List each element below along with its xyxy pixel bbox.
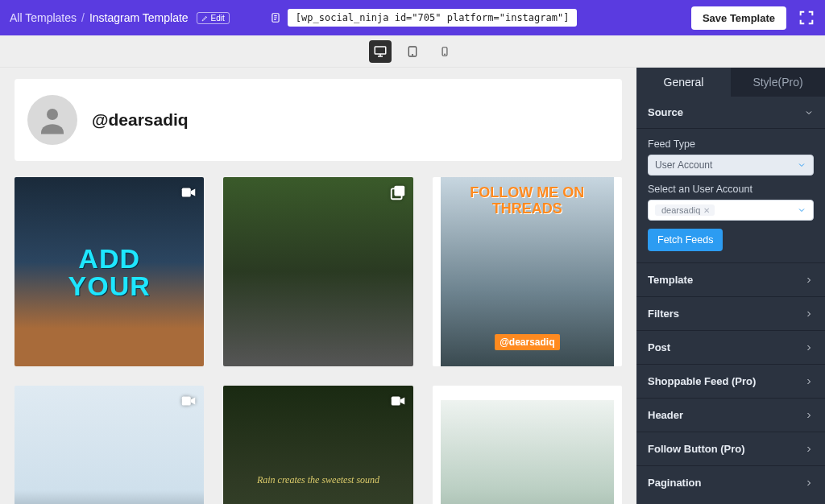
tile-tag: @dearsadiq: [495, 334, 559, 350]
tablet-icon: [406, 45, 419, 58]
desktop-icon: [373, 44, 388, 59]
preview-pane: @dearsadiq ADD YOUR FOLLOW ME ON THREADS…: [0, 68, 636, 504]
profile-header: @dearsadiq: [15, 79, 622, 161]
feed-tile[interactable]: ADD YOUR: [15, 177, 204, 366]
chevron-down-icon: [797, 205, 806, 215]
svg-rect-8: [394, 186, 404, 196]
chevron-right-icon: [804, 478, 814, 488]
feed-tile[interactable]: [433, 386, 622, 504]
chevron-right-icon: [804, 444, 814, 454]
sidebar-panel: Source Feed Type User Account Select an …: [636, 97, 825, 504]
chip-remove-icon[interactable]: ✕: [703, 206, 710, 215]
shortcode-display[interactable]: [wp_social_ninja id="705" platform="inst…: [288, 9, 578, 27]
section-title: Follow Button (Pro): [648, 443, 745, 455]
edit-badge-label: Edit: [211, 14, 225, 23]
tile-overlay-text: FOLLOW ME ON THREADS: [470, 185, 584, 217]
svg-rect-11: [391, 397, 400, 406]
main-area: @dearsadiq ADD YOUR FOLLOW ME ON THREADS…: [0, 68, 825, 504]
pencil-icon: [201, 14, 209, 22]
svg-rect-7: [182, 188, 191, 197]
chevron-right-icon: [804, 275, 814, 285]
svg-rect-10: [182, 397, 191, 406]
feed-tile[interactable]: [15, 386, 204, 504]
section-source-header[interactable]: Source: [636, 97, 825, 128]
account-value: dearsadiq: [661, 205, 700, 215]
fullscreen-icon[interactable]: [798, 9, 815, 27]
tile-overlay-text: ADD YOUR: [68, 245, 151, 300]
account-chip[interactable]: dearsadiq ✕: [655, 204, 715, 216]
top-bar: All Templates / Instagram Template Edit …: [0, 0, 825, 35]
section-title: Filters: [648, 308, 679, 320]
feed-tile[interactable]: FOLLOW ME ON THREADS @dearsadiq: [433, 177, 622, 366]
section-post-header[interactable]: Post: [636, 330, 825, 364]
video-icon: [180, 184, 197, 201]
section-header-header[interactable]: Header: [636, 398, 825, 432]
section-shoppable-header[interactable]: Shoppable Feed (Pro): [636, 364, 825, 398]
user-icon: [35, 103, 69, 137]
device-tablet-button[interactable]: [401, 40, 424, 63]
breadcrumb-current: Instagram Template: [89, 11, 189, 24]
section-title: Header: [648, 409, 683, 421]
tab-general[interactable]: General: [636, 68, 731, 97]
device-mobile-button[interactable]: [433, 40, 456, 63]
chevron-right-icon: [804, 309, 814, 319]
svg-point-5: [445, 54, 446, 55]
video-icon: [389, 392, 407, 410]
section-source-body: Feed Type User Account Select an User Ac…: [636, 128, 825, 262]
section-title: Post: [648, 341, 670, 353]
section-title: Shoppable Feed (Pro): [648, 375, 756, 387]
section-follow-header[interactable]: Follow Button (Pro): [636, 432, 825, 465]
fetch-feeds-button[interactable]: Fetch Feeds: [648, 229, 723, 251]
carousel-icon: [389, 184, 407, 201]
section-filters-header[interactable]: Filters: [636, 296, 825, 330]
section-pagination-header[interactable]: Pagination: [636, 465, 825, 499]
video-icon: [180, 392, 197, 410]
settings-sidebar: General Style(Pro) Source Feed Type User…: [636, 68, 825, 504]
mobile-icon: [439, 46, 450, 57]
breadcrumb: All Templates / Instagram Template Edit: [10, 11, 230, 24]
feed-tile[interactable]: [223, 177, 412, 366]
section-title: Template: [648, 274, 693, 286]
breadcrumb-root-link[interactable]: All Templates: [10, 11, 77, 24]
account-label: Select an User Account: [648, 184, 814, 195]
tab-style[interactable]: Style(Pro): [731, 68, 825, 97]
document-icon: [270, 12, 281, 23]
feed-type-value: User Account: [655, 159, 712, 171]
feed-tile[interactable]: Rain creates the sweetest sound: [223, 386, 412, 504]
section-title: Source: [648, 106, 683, 118]
section-template-header[interactable]: Template: [636, 262, 825, 296]
chevron-down-icon: [804, 108, 814, 118]
topbar-right: Save Template: [691, 6, 815, 30]
save-template-button[interactable]: Save Template: [691, 6, 786, 30]
svg-rect-1: [375, 47, 386, 54]
svg-point-3: [412, 54, 413, 55]
device-bar: [0, 35, 825, 68]
avatar: [27, 95, 77, 145]
chevron-right-icon: [804, 411, 814, 420]
chevron-right-icon: [804, 343, 814, 353]
account-select[interactable]: dearsadiq ✕: [648, 200, 814, 221]
chevron-down-icon: [797, 160, 806, 170]
tile-overlay-text: Rain creates the sweetest sound: [257, 474, 379, 486]
profile-username: @dearsadiq: [92, 110, 189, 130]
sidebar-tabs: General Style(Pro): [636, 68, 825, 97]
shortcode-area: [wp_social_ninja id="705" platform="inst…: [270, 9, 578, 27]
feed-type-label: Feed Type: [648, 138, 814, 150]
section-title: Pagination: [648, 477, 701, 489]
edit-badge[interactable]: Edit: [197, 12, 230, 24]
chevron-right-icon: [804, 377, 814, 386]
feed-type-select[interactable]: User Account: [648, 155, 814, 176]
svg-point-6: [47, 109, 58, 120]
feed-grid: ADD YOUR FOLLOW ME ON THREADS @dearsadiq…: [8, 177, 628, 504]
device-desktop-button[interactable]: [369, 40, 392, 63]
breadcrumb-separator: /: [81, 11, 85, 24]
